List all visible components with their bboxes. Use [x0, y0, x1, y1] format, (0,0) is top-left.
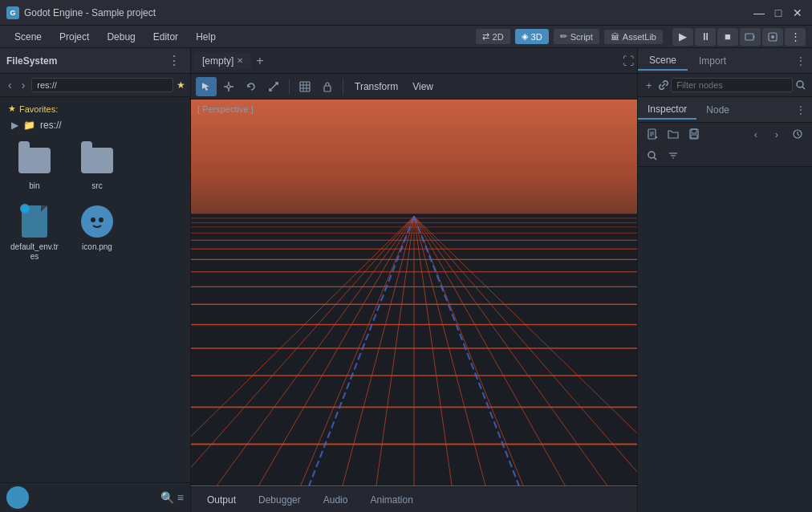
svg-line-69 [654, 157, 656, 160]
scene-more-button[interactable]: ⋮ [790, 55, 812, 67]
mode-2d-button[interactable]: ⇄ 2D [476, 29, 510, 44]
scene-tab[interactable]: Scene [638, 51, 688, 71]
list-view-button[interactable]: ≡ [177, 491, 184, 504]
left-sidebar: FileSystem ⋮ ‹ › res:// ★ ★ Favorites: ▶… [0, 48, 191, 512]
transform-button[interactable]: Transform [348, 79, 404, 95]
search-files-button[interactable]: 🔍 [160, 491, 174, 504]
nav-forward-button[interactable]: › [18, 77, 29, 93]
svg-marker-1 [753, 35, 755, 39]
mode-script-button[interactable]: ✏ Script [554, 29, 599, 44]
scale-icon [268, 81, 279, 92]
favorite-star-icon[interactable]: ★ [177, 79, 185, 91]
nav-back-button[interactable]: ‹ [5, 77, 15, 93]
inspector-tab[interactable]: Inspector [638, 100, 696, 120]
link-node-button[interactable] [657, 76, 670, 94]
next-history-button[interactable]: › [767, 125, 786, 143]
bin-label: bin [29, 181, 39, 191]
src-folder-icon [79, 143, 115, 178]
search-nodes-button[interactable] [794, 76, 807, 94]
new-script-button[interactable] [643, 125, 662, 143]
node-tab[interactable]: Node [696, 101, 739, 119]
scene-tab-bar: Scene Import ⋮ [638, 48, 812, 74]
close-button[interactable]: ✕ [790, 5, 806, 21]
open-file-button[interactable] [664, 125, 683, 143]
btab-audio[interactable]: Audio [314, 491, 358, 509]
viewport-expand-button[interactable]: ⛶ [623, 55, 634, 67]
file-item-icon[interactable]: icon.png [69, 201, 125, 265]
btab-output[interactable]: Output [197, 491, 246, 509]
right-panel: Scene Import ⋮ + Inspector Node [637, 48, 812, 512]
history-button[interactable] [788, 125, 807, 143]
rotate-tool-button[interactable] [241, 77, 262, 96]
move-icon [223, 81, 234, 92]
inspector-section: Inspector Node ⋮ ‹ › [638, 97, 812, 512]
file-item-bin[interactable]: bin [6, 140, 63, 194]
menu-project[interactable]: Project [51, 29, 97, 45]
menu-bar: Scene Project Debug Editor Help ⇄ 2D ◈ 3… [0, 26, 812, 48]
view-button[interactable]: View [406, 79, 440, 95]
remote-icon [767, 31, 778, 43]
svg-rect-66 [691, 135, 697, 138]
file-grid: bin src 🌐 defa [0, 133, 190, 271]
import-tab[interactable]: Import [688, 52, 737, 70]
menu-debug[interactable]: Debug [99, 29, 143, 45]
select-icon [201, 81, 212, 92]
scene-toolbar: + [638, 74, 812, 96]
link-icon [658, 79, 669, 91]
svg-point-8 [99, 217, 104, 222]
mode-2d-icon: ⇄ [482, 31, 489, 42]
save-button[interactable] [684, 125, 704, 143]
global-icon [299, 81, 311, 92]
pause-button[interactable]: ⏸ [695, 28, 716, 46]
mode-2d-label: 2D [493, 32, 504, 42]
file-item-default-env[interactable]: 🌐 default_env.tres [6, 201, 63, 265]
folder-icon: 📁 [23, 120, 35, 131]
inspector-more-button[interactable]: ⋮ [790, 104, 812, 116]
res-root-item[interactable]: ▶ 📁 res:// [0, 117, 190, 133]
filesystem-nav: ‹ › res:// ★ [0, 74, 190, 97]
svg-point-68 [648, 152, 655, 158]
filesystem-more-button[interactable]: ⋮ [164, 53, 184, 68]
global-tool-button[interactable] [294, 77, 315, 96]
maximize-button[interactable]: □ [770, 5, 786, 21]
more-button[interactable]: ⋮ [785, 28, 806, 46]
inspector-filter-button[interactable] [664, 147, 683, 165]
inspector-search-button[interactable] [643, 147, 662, 165]
viewport-toolbar: Transform View [191, 74, 637, 100]
empty-tab[interactable]: [empty] ✕ [194, 52, 251, 70]
icon-label: icon.png [82, 242, 112, 252]
move-tool-button[interactable] [218, 77, 239, 96]
remote-button[interactable] [762, 28, 783, 46]
svg-point-3 [771, 35, 774, 39]
file-item-src[interactable]: src [69, 140, 125, 194]
center-area: [empty] ✕ + ⛶ [191, 48, 637, 512]
minimize-button[interactable]: — [751, 5, 767, 21]
search-icon [796, 80, 806, 90]
script-icon: ✏ [560, 31, 567, 42]
mode-3d-button[interactable]: ◈ 3D [515, 29, 549, 44]
viewport-3d[interactable]: [ Perspective ] [191, 100, 637, 486]
svg-point-56 [797, 81, 803, 87]
add-node-button[interactable]: + [643, 76, 656, 94]
favorites-label: ★ Favorites: [0, 100, 190, 117]
svg-point-7 [91, 217, 95, 222]
prev-history-button[interactable]: ‹ [746, 125, 765, 143]
movie-button[interactable] [740, 28, 761, 46]
btab-animation[interactable]: Animation [360, 491, 422, 509]
tab-add-button[interactable]: + [251, 54, 268, 68]
btab-debugger[interactable]: Debugger [249, 491, 311, 509]
bottom-tabs: Output Debugger Audio Animation [191, 486, 637, 512]
menu-editor[interactable]: Editor [145, 29, 186, 45]
menu-help[interactable]: Help [188, 29, 224, 45]
mode-assetlib-button[interactable]: 🏛 AssetLib [604, 30, 663, 44]
mode-3d-label: 3D [531, 32, 542, 42]
menu-scene[interactable]: Scene [6, 29, 50, 45]
lock-tool-button[interactable] [317, 77, 338, 96]
select-tool-button[interactable] [196, 77, 217, 96]
play-button[interactable]: ▶ [672, 28, 693, 46]
main-layout: FileSystem ⋮ ‹ › res:// ★ ★ Favorites: ▶… [0, 48, 812, 512]
scale-tool-button[interactable] [263, 77, 284, 96]
tab-close-icon[interactable]: ✕ [237, 56, 243, 65]
filter-nodes-input[interactable] [671, 78, 793, 92]
stop-button[interactable]: ■ [717, 28, 738, 46]
